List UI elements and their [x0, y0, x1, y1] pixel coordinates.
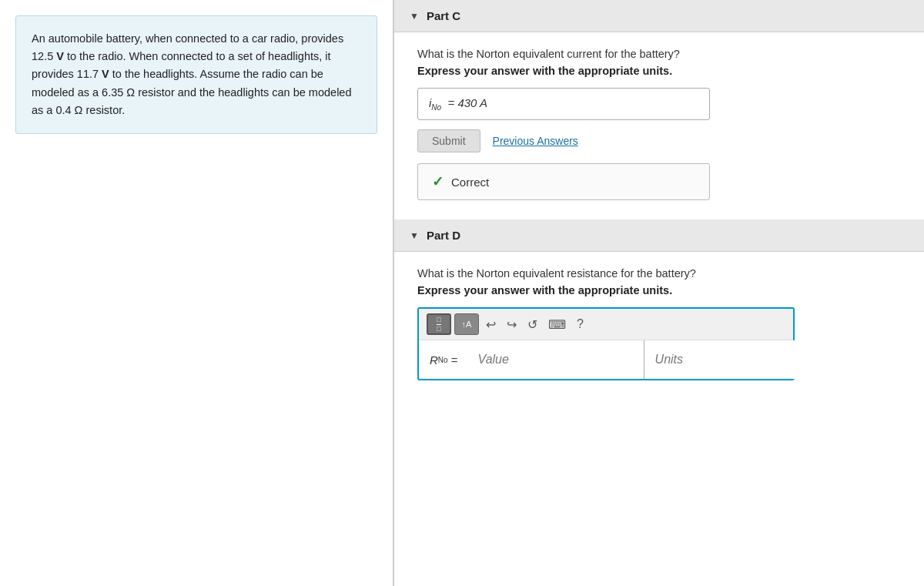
part-c-label: Part C [427, 9, 460, 22]
refresh-icon: ↺ [527, 317, 537, 332]
part-d-header[interactable]: ▼ Part D [394, 219, 924, 252]
redo-icon: ↪ [507, 317, 517, 332]
answer-formula: iNo = 430 A [429, 96, 487, 112]
correct-badge: ✓ Correct [417, 163, 710, 200]
part-d-question: What is the Norton equivalent resistance… [417, 267, 901, 280]
part-d-instruction: Express your answer with the appropriate… [417, 284, 901, 296]
right-panel: ▼ Part C What is the Norton equivalent c… [394, 0, 924, 586]
previous-answers-link[interactable]: Previous Answers [493, 135, 578, 147]
undo-button[interactable]: ↩ [482, 315, 500, 334]
part-d-label: Part D [427, 229, 460, 242]
submit-row: Submit Previous Answers [417, 129, 901, 152]
toolbar-fraction-button[interactable]: □ □ [427, 313, 451, 335]
correct-label: Correct [451, 176, 489, 189]
problem-box: An automobile battery, when connected to… [15, 15, 377, 134]
keyboard-button[interactable]: ⌨ [544, 315, 570, 334]
value-input[interactable] [467, 340, 644, 379]
rno-subscript: No [438, 356, 448, 364]
math-input-container: □ □ ↑A ↩ ↪ ↺ [417, 307, 795, 380]
checkmark-icon: ✓ [432, 173, 444, 190]
help-icon: ? [577, 317, 584, 331]
redo-button[interactable]: ↪ [503, 315, 521, 334]
toolbar-text-icon: ↑A [462, 320, 472, 329]
math-toolbar: □ □ ↑A ↩ ↪ ↺ [419, 309, 793, 340]
left-panel: An automobile battery, when connected to… [0, 0, 393, 586]
toolbar-text-button[interactable]: ↑A [454, 313, 479, 335]
math-input-row: RNo = [419, 340, 793, 379]
part-c-content: What is the Norton equivalent current fo… [394, 32, 924, 219]
math-label: RNo = [419, 340, 467, 379]
help-button[interactable]: ? [573, 315, 588, 333]
part-c-section: ▼ Part C What is the Norton equivalent c… [394, 0, 924, 219]
answer-subscript: No [431, 103, 441, 112]
part-c-header[interactable]: ▼ Part C [394, 0, 924, 32]
part-d-chevron[interactable]: ▼ [410, 230, 419, 241]
part-c-question: What is the Norton equivalent current fo… [417, 48, 901, 60]
keyboard-icon: ⌨ [548, 317, 566, 332]
answer-equals-value: = 430 A [447, 96, 487, 109]
undo-icon: ↩ [486, 317, 496, 332]
toolbar-fraction-icon: □ □ [437, 316, 440, 333]
part-d-content: What is the Norton equivalent resistance… [394, 252, 924, 400]
refresh-button[interactable]: ↺ [524, 315, 541, 334]
problem-text: An automobile battery, when connected to… [32, 32, 352, 116]
part-c-chevron[interactable]: ▼ [410, 11, 419, 22]
part-d-section: ▼ Part D What is the Norton equivalent r… [394, 219, 924, 400]
part-c-instruction: Express your answer with the appropriate… [417, 65, 901, 77]
part-c-answer-display: iNo = 430 A [417, 88, 710, 120]
units-input[interactable] [644, 340, 821, 379]
submit-button[interactable]: Submit [417, 129, 480, 152]
